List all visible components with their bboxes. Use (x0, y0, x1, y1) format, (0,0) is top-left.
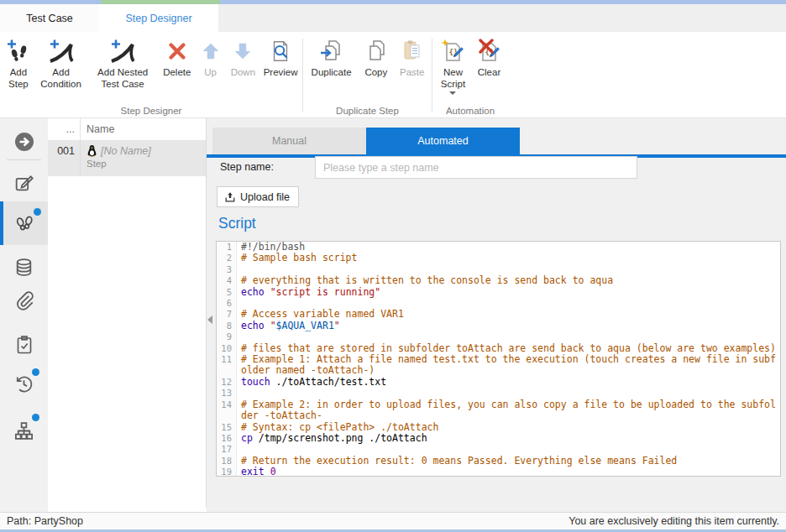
down-button[interactable]: Down (226, 35, 261, 79)
step-list-panel: ... Name 001 [No Name] Step (48, 118, 207, 508)
steps-badge-dot (34, 208, 41, 216)
new-script-dropdown-caret[interactable] (449, 91, 456, 95)
sidebar-item-data[interactable] (0, 248, 48, 285)
delete-button[interactable]: Delete (159, 35, 196, 79)
history-icon (13, 373, 34, 394)
add-step-button[interactable]: Add Step (2, 35, 35, 91)
left-sidebar (0, 118, 48, 512)
clear-script-button[interactable]: {} Clear (472, 35, 506, 79)
collapse-panel-arrow[interactable] (207, 316, 212, 324)
add-nested-test-case-icon (110, 36, 135, 66)
app-window: Test Case Step Designer Add Step (0, 0, 786, 532)
arrow-up-icon (199, 36, 223, 66)
step-name-label: Step name: (220, 161, 274, 173)
linux-tux-icon (86, 144, 97, 157)
duplicate-button[interactable]: Duplicate (305, 35, 358, 79)
code-lines: 1#!/bin/bash2# Sample bash script34# eve… (217, 242, 780, 477)
sidebar-separator (7, 159, 41, 160)
history-badge-dot (32, 368, 39, 376)
step-type: Step (86, 159, 151, 169)
clear-script-icon: {} (476, 36, 501, 66)
sidebar-item-dependencies[interactable] (0, 412, 48, 449)
ribbon-group-label: Duplicate Step (303, 106, 432, 116)
sidebar-item-steps[interactable] (0, 201, 48, 245)
copy-icon (364, 36, 389, 66)
add-nested-test-case-button[interactable]: Add Nested Test Case (86, 35, 159, 91)
script-editor[interactable]: 1#!/bin/bash2# Sample bash script34# eve… (216, 241, 781, 477)
sidebar-item-attachments[interactable] (0, 281, 48, 318)
ribbon-group-step-designer: Add Step Add Condition (0, 32, 302, 117)
ribbon-group-label: Automation (432, 106, 508, 116)
script-section-title: Script (218, 215, 256, 232)
mode-tabs: Manual Automated (212, 128, 520, 154)
duplicate-icon (319, 36, 344, 66)
tab-automated[interactable]: Automated (366, 128, 520, 154)
paperclip-icon (13, 289, 34, 310)
steps-icon (13, 212, 35, 234)
copy-button[interactable]: Copy (358, 35, 394, 79)
edit-icon (13, 173, 34, 194)
sidebar-item-navigate[interactable] (0, 123, 48, 160)
ribbon-group-label: Step Designer (0, 106, 302, 116)
step-row[interactable]: 001 [No Name] Step (48, 141, 206, 176)
up-button[interactable]: Up (196, 35, 226, 79)
upload-icon (224, 191, 236, 203)
tab-manual[interactable]: Manual (212, 128, 366, 154)
step-name-input[interactable] (315, 156, 637, 179)
ribbon-group-duplicate-step: Duplicate Copy (303, 32, 432, 117)
column-header-dots[interactable]: ... (48, 118, 81, 140)
upload-file-label: Upload file (240, 191, 290, 203)
window-tab-bar: Test Case Step Designer (0, 4, 786, 32)
upload-file-button[interactable]: Upload file (217, 186, 299, 207)
status-bar: Path: PartyShop You are exclusively edit… (0, 512, 786, 529)
add-step-icon (6, 36, 31, 66)
new-script-button[interactable]: {} New Script (434, 35, 472, 96)
tab-step-designer[interactable]: Step Designer (99, 4, 218, 32)
database-icon (13, 257, 34, 278)
delete-icon (165, 36, 189, 66)
arrow-circle-icon (13, 131, 35, 153)
status-editing-notice: You are exclusively editing this item cu… (569, 515, 779, 527)
tab-test-case[interactable]: Test Case (0, 4, 99, 32)
status-path: Path: PartyShop (7, 515, 83, 527)
paste-button[interactable]: Paste (395, 35, 430, 79)
new-script-icon: {} (440, 36, 465, 66)
sidebar-item-edit[interactable] (0, 164, 48, 201)
add-condition-button[interactable]: Add Condition (35, 35, 87, 91)
hierarchy-icon (13, 420, 34, 441)
step-name: [No Name] (101, 145, 151, 157)
step-editor-panel: Manual Automated Step name: Upload file … (207, 118, 786, 512)
ribbon-group-automation: {} New Script {} (432, 32, 508, 117)
ribbon: Add Step Add Condition (0, 32, 786, 118)
step-number: 001 (48, 141, 81, 176)
sidebar-item-history[interactable] (0, 365, 48, 402)
column-header-name[interactable]: Name (81, 123, 114, 135)
preview-icon (269, 36, 292, 66)
paste-icon (400, 36, 425, 66)
dependencies-badge-dot (32, 414, 39, 421)
step-list-header: ... Name (48, 118, 206, 141)
preview-button[interactable]: Preview (260, 35, 301, 79)
sidebar-item-tasks[interactable] (0, 326, 48, 363)
add-condition-icon (49, 36, 74, 66)
clipboard-check-icon (14, 335, 34, 355)
arrow-down-icon (231, 36, 254, 66)
